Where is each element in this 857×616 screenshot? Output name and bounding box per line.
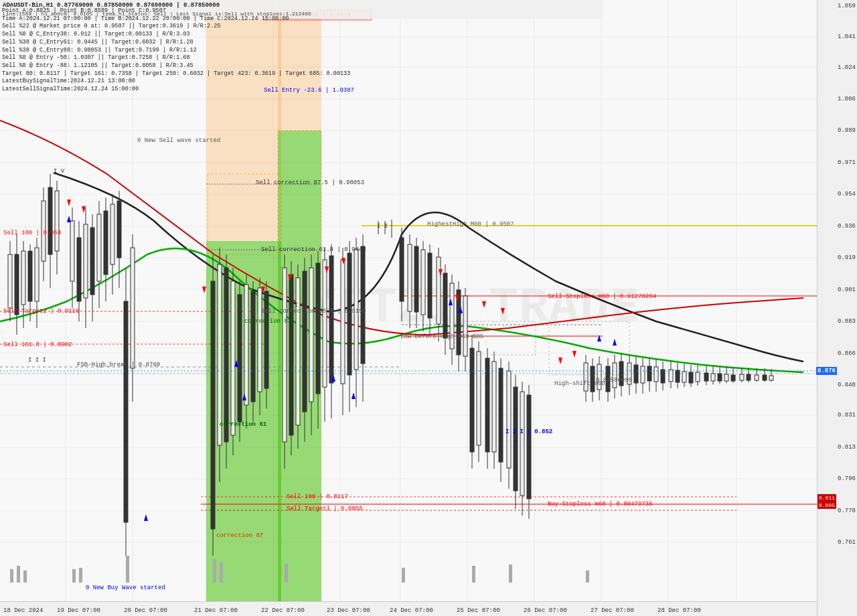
annotation-fsb-high: FSB-High_break | 0.8760 [77, 362, 160, 368]
annotation-highest-high: HighestHigh M60 | 0.9507 [427, 221, 514, 228]
svg-marker-240 [482, 301, 486, 308]
svg-text:I I: I I [377, 223, 388, 230]
svg-rect-91 [231, 281, 235, 435]
svg-rect-229 [509, 564, 512, 583]
annotation-sell-100-upper: Sell 100 | 0.954 [3, 230, 61, 236]
buystoploss-price-box: 0.805 [817, 502, 836, 509]
info-detail-lines: Point A:0.8825 | Point B:0.8589 | Point … [0, 7, 352, 94]
annotation-correction-87: correction 87 [216, 532, 263, 539]
svg-rect-51 [15, 254, 19, 315]
svg-rect-187 [661, 370, 665, 383]
svg-rect-85 [211, 281, 215, 529]
svg-rect-83 [131, 248, 135, 368]
annotation-buy-stoploss: Buy-Stoploss m60 | 0.80479736 [548, 501, 653, 508]
svg-rect-139 [443, 273, 447, 338]
svg-marker-242 [558, 358, 562, 364]
svg-marker-233 [202, 287, 206, 293]
svg-marker-243 [572, 351, 576, 358]
svg-rect-119 [341, 260, 345, 384]
svg-rect-203 [718, 374, 722, 381]
svg-rect-145 [463, 296, 467, 356]
time-axis: 18 Dec 2024 19 Dec 07:00 20 Dec 07:00 21… [0, 601, 817, 616]
svg-rect-135 [428, 253, 432, 318]
svg-rect-99 [258, 288, 262, 392]
svg-rect-89 [224, 268, 228, 442]
svg-rect-111 [309, 268, 313, 402]
svg-rect-151 [485, 358, 489, 452]
svg-rect-77 [110, 204, 114, 264]
svg-rect-161 [520, 392, 524, 495]
annotation-sell-correction-61: Sell correction 61.8 | 0.9448 [261, 246, 366, 253]
svg-rect-224 [213, 559, 216, 583]
annotation-low-before-high: Low before High M60-BOS [400, 333, 483, 340]
svg-marker-249 [352, 392, 356, 399]
svg-rect-163 [527, 395, 531, 499]
svg-marker-241 [501, 308, 505, 315]
svg-rect-95 [244, 285, 248, 405]
annotation-sell-target1: Sell Target1 | 0.8058 [287, 506, 362, 512]
annotation-sell-correction-87: Sell correction 87.5 | 0.98053 [256, 179, 364, 186]
svg-rect-61 [48, 187, 52, 254]
annotation-sell-1618: Sell 161.8 | 0.8902 [3, 341, 72, 348]
svg-rect-103 [283, 268, 287, 442]
svg-rect-155 [499, 368, 503, 462]
svg-rect-65 [70, 221, 74, 281]
svg-marker-253 [613, 339, 617, 345]
annotation-sell100-lower: Sell 100 | 0.8117 [287, 493, 348, 500]
svg-rect-149 [477, 352, 481, 445]
svg-rect-75 [104, 211, 108, 275]
svg-rect-57 [35, 248, 39, 301]
svg-rect-131 [414, 246, 418, 312]
svg-rect-217 [769, 376, 773, 380]
svg-rect-211 [747, 374, 751, 380]
svg-rect-225 [220, 562, 223, 583]
svg-rect-87 [218, 264, 222, 445]
svg-rect-49 [8, 254, 12, 308]
annotation-correction-61: correction 61 [220, 421, 266, 428]
svg-rect-129 [408, 244, 412, 311]
svg-rect-230 [586, 570, 589, 583]
svg-rect-159 [514, 387, 518, 491]
svg-rect-205 [724, 374, 728, 381]
price-axis: 1.059 1.041 1.024 1.006 0.989 0.971 0.95… [817, 0, 857, 616]
svg-rect-201 [711, 374, 715, 381]
annotation-new-buy-wave: 0 New Buy Wave started [86, 585, 165, 591]
svg-rect-81 [124, 301, 128, 522]
svg-rect-215 [763, 375, 767, 380]
svg-rect-73 [97, 214, 101, 281]
svg-rect-101 [264, 291, 268, 388]
svg-rect-199 [704, 373, 708, 381]
svg-rect-183 [647, 366, 651, 381]
svg-rect-181 [641, 366, 645, 383]
svg-rect-193 [682, 372, 686, 382]
svg-rect-157 [507, 371, 511, 468]
svg-rect-67 [77, 238, 81, 301]
annotation-correction-83: correction 83 [244, 318, 291, 325]
svg-rect-147 [470, 348, 474, 452]
svg-rect-167 [591, 366, 595, 392]
annotation-new-sell-wave: 0 New Sell wave started [137, 137, 220, 144]
svg-rect-189 [669, 370, 673, 382]
chart-container: MARKETZI TRADE [0, 0, 857, 616]
svg-rect-79 [117, 201, 121, 258]
svg-rect-63 [55, 191, 59, 251]
svg-rect-113 [316, 263, 320, 394]
svg-rect-213 [755, 375, 759, 380]
svg-rect-197 [696, 372, 700, 382]
svg-text:I I I: I I I [28, 357, 46, 364]
svg-rect-223 [126, 556, 129, 583]
svg-rect-222 [79, 568, 82, 583]
annotation-lll-052: I I I | 0.852 [505, 429, 552, 435]
svg-rect-133 [421, 250, 425, 315]
svg-rect-125 [361, 246, 365, 364]
svg-rect-207 [731, 375, 735, 381]
annotation-sell-stoploss: Sell-Stoploss m60 | 0.91270264 [548, 293, 656, 300]
svg-rect-115 [323, 260, 327, 387]
svg-rect-209 [740, 374, 744, 380]
svg-rect-109 [303, 271, 307, 412]
sell100-price-box: 0.811 [817, 494, 836, 502]
svg-rect-71 [90, 228, 94, 295]
svg-rect-220 [23, 570, 27, 583]
svg-rect-191 [676, 370, 680, 382]
svg-rect-153 [492, 362, 496, 452]
